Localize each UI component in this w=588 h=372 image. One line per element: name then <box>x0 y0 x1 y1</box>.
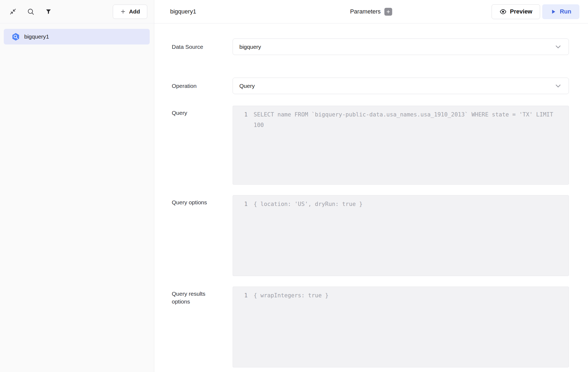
query-results-options-row: Query results options 1 { wrapIntegers: … <box>172 287 569 367</box>
line-number: 1 <box>233 109 254 120</box>
query-results-options-label: Query results options <box>172 287 233 367</box>
operation-value: Query <box>239 83 255 89</box>
query-list-item-bigquery1[interactable]: bigquery1 <box>4 29 150 44</box>
data-source-row: Data Source bigquery <box>172 39 569 55</box>
line-number: 1 <box>233 290 254 301</box>
query-code-editor[interactable]: 1 SELECT name FROM `bigquery-public-data… <box>233 106 569 185</box>
query-options-label: Query options <box>172 195 233 276</box>
add-query-button[interactable]: Add <box>113 5 147 19</box>
query-options-placeholder: { location: 'US', dryRun: true } <box>254 199 557 209</box>
app-root: Add bigquery1 bigquery1 Parameters <box>0 0 588 372</box>
run-button-label: Run <box>560 8 571 15</box>
query-row: Query 1 SELECT name FROM `bigquery-publi… <box>172 106 569 185</box>
collapse-icon <box>9 8 17 15</box>
plus-icon <box>386 9 391 14</box>
query-editor-panel: bigquery1 Parameters Preview <box>154 0 588 372</box>
play-icon <box>550 9 556 15</box>
search-icon <box>27 8 34 15</box>
plus-icon <box>120 9 126 15</box>
query-list: bigquery1 <box>0 23 154 44</box>
eye-icon <box>499 8 507 15</box>
header-actions: Preview Run <box>492 4 579 19</box>
operation-row: Operation Query <box>172 78 569 94</box>
query-results-options-editor[interactable]: 1 { wrapIntegers: true } <box>233 287 569 367</box>
data-source-select[interactable]: bigquery <box>233 39 569 55</box>
filter-button[interactable] <box>44 7 53 16</box>
preview-button[interactable]: Preview <box>492 4 540 19</box>
query-form: Data Source bigquery Operation Query <box>154 23 588 367</box>
operation-label: Operation <box>172 82 233 90</box>
operation-select[interactable]: Query <box>233 78 569 94</box>
data-source-label: Data Source <box>172 43 233 51</box>
query-results-options-placeholder: { wrapIntegers: true } <box>254 290 557 301</box>
query-title: bigquery1 <box>170 8 196 15</box>
collapse-panel-button[interactable] <box>9 7 17 16</box>
parameters-label: Parameters <box>350 8 381 15</box>
query-options-editor[interactable]: 1 { location: 'US', dryRun: true } <box>233 195 569 276</box>
data-source-value: bigquery <box>239 44 261 50</box>
preview-button-label: Preview <box>510 8 532 15</box>
chevron-down-icon <box>554 82 562 90</box>
query-label: Query <box>172 106 233 185</box>
add-button-label: Add <box>129 8 140 15</box>
parameters-section: Parameters <box>350 8 392 16</box>
add-parameter-button[interactable] <box>384 8 392 16</box>
query-placeholder: SELECT name FROM `bigquery-public-data.u… <box>254 109 557 130</box>
query-editor-header: bigquery1 Parameters Preview <box>154 0 588 23</box>
run-button[interactable]: Run <box>542 4 579 19</box>
search-button[interactable] <box>26 7 35 16</box>
line-number: 1 <box>233 199 254 209</box>
bigquery-icon <box>11 32 20 41</box>
chevron-down-icon <box>554 43 562 51</box>
sidebar-toolbar: Add <box>0 0 154 23</box>
query-options-row: Query options 1 { location: 'US', dryRun… <box>172 195 569 276</box>
query-item-label: bigquery1 <box>24 33 49 40</box>
query-sidebar: Add bigquery1 <box>0 0 154 372</box>
filter-icon <box>45 8 52 15</box>
